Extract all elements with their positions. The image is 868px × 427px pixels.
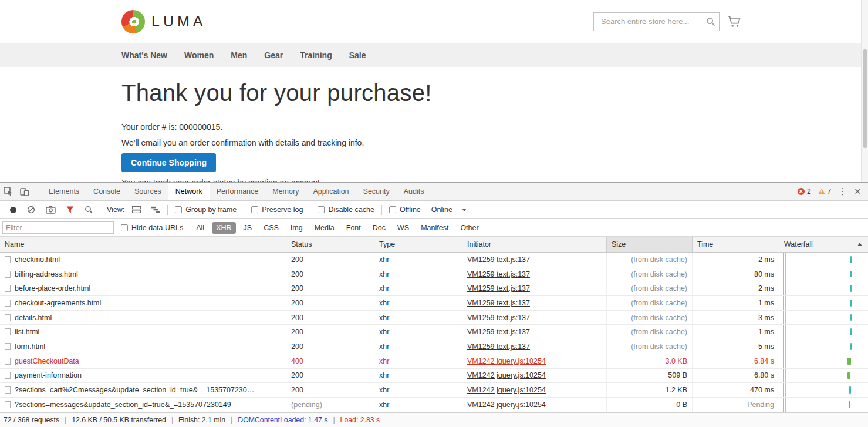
device-toolbar-button[interactable] xyxy=(16,183,33,200)
email-confirmation-text: We'll email you an order confirmation wi… xyxy=(121,138,868,147)
column-header-waterfall[interactable]: Waterfall xyxy=(779,237,868,252)
request-status: 200 xyxy=(286,267,374,281)
table-row[interactable]: ?sections=cart%2Cmessages&update_section… xyxy=(0,383,868,398)
scrollbar-thumb[interactable] xyxy=(863,49,867,148)
cart-icon[interactable] xyxy=(727,15,741,28)
filter-type-media[interactable]: Media xyxy=(310,222,339,234)
table-row[interactable]: before-place-order.html200xhrVM1259 text… xyxy=(0,281,868,296)
initiator-link[interactable]: VM1259 text.js:137 xyxy=(467,314,530,322)
filter-type-font[interactable]: Font xyxy=(342,222,365,234)
request-time: 3 ms xyxy=(693,311,779,325)
table-row[interactable]: guestCheckoutData400xhrVM1242 jquery.js:… xyxy=(0,354,868,369)
tab-console[interactable]: Console xyxy=(86,183,127,200)
initiator-link[interactable]: VM1259 text.js:137 xyxy=(467,299,530,307)
initiator-link[interactable]: VM1242 jquery.js:10254 xyxy=(467,401,546,409)
initiator-link[interactable]: VM1259 text.js:137 xyxy=(467,342,530,351)
request-status: 200 xyxy=(286,311,374,325)
error-count-badge[interactable]: ✕ 2 xyxy=(798,187,811,196)
column-header-time[interactable]: Time xyxy=(693,237,779,252)
table-row[interactable]: details.html200xhrVM1259 text.js:137(fro… xyxy=(0,311,868,325)
load-time: Load: 2.83 s xyxy=(340,416,380,424)
page-scrollbar[interactable] xyxy=(861,0,868,182)
table-row[interactable]: checkmo.html200xhrVM1259 text.js:137(fro… xyxy=(0,253,868,267)
tab-elements[interactable]: Elements xyxy=(42,183,86,200)
initiator-link[interactable]: VM1259 text.js:137 xyxy=(467,255,530,264)
request-initiator-cell: VM1259 text.js:137 xyxy=(462,281,607,295)
filter-type-css[interactable]: CSS xyxy=(259,222,283,234)
filter-type-manifest[interactable]: Manifest xyxy=(417,222,452,234)
preserve-log-checkbox[interactable]: Preserve log xyxy=(251,206,303,214)
request-name: billing-address.html xyxy=(15,270,78,278)
divider xyxy=(333,416,335,424)
column-header-name[interactable]: Name xyxy=(0,237,286,252)
tab-audits[interactable]: Audits xyxy=(397,183,431,200)
initiator-link[interactable]: VM1259 text.js:137 xyxy=(467,284,530,292)
large-rows-toggle[interactable] xyxy=(132,206,141,213)
tab-application[interactable]: Application xyxy=(306,183,356,200)
table-row[interactable]: checkout-agreements.html200xhrVM1259 tex… xyxy=(0,296,868,311)
table-row[interactable]: form.html200xhrVM1259 text.js:137(from d… xyxy=(0,339,868,354)
initiator-link[interactable]: VM1242 jquery.js:10254 xyxy=(467,371,546,379)
table-row[interactable]: list.html200xhrVM1259 text.js:137(from d… xyxy=(0,325,868,339)
luma-logo[interactable]: LUMA xyxy=(121,10,206,33)
hide-data-urls-checkbox[interactable]: Hide data URLs xyxy=(121,224,183,232)
nav-item-men[interactable]: Men xyxy=(231,51,247,60)
filter-type-ws[interactable]: WS xyxy=(393,222,413,234)
throttling-select[interactable]: Online xyxy=(431,206,467,214)
clear-button[interactable] xyxy=(27,206,35,214)
filter-button[interactable] xyxy=(66,206,74,213)
filter-input[interactable] xyxy=(2,221,114,234)
nav-item-gear[interactable]: Gear xyxy=(264,51,283,60)
search-input[interactable] xyxy=(593,12,720,31)
group-by-frame-label: Group by frame xyxy=(185,206,237,214)
filter-type-all[interactable]: All xyxy=(192,222,208,234)
network-table-header: Name Status Type Initiator Size Time Wat… xyxy=(0,237,868,253)
tab-performance[interactable]: Performance xyxy=(210,183,266,200)
nav-item-sale[interactable]: Sale xyxy=(349,51,366,60)
warning-count-badge[interactable]: 7 xyxy=(818,187,832,196)
group-by-frame-checkbox[interactable]: Group by frame xyxy=(175,206,237,214)
waterfall-cell xyxy=(779,281,868,295)
initiator-link[interactable]: VM1242 jquery.js:10254 xyxy=(467,386,546,394)
table-row[interactable]: billing-address.html200xhrVM1259 text.js… xyxy=(0,267,868,282)
nav-item-what-s-new[interactable]: What's New xyxy=(121,51,167,60)
column-header-type[interactable]: Type xyxy=(374,237,462,252)
request-name: checkout-agreements.html xyxy=(15,299,101,307)
tab-sources[interactable]: Sources xyxy=(127,183,168,200)
filter-type-xhr[interactable]: XHR xyxy=(212,222,235,234)
devtools-menu-icon[interactable]: ⋮ xyxy=(838,186,847,197)
continue-shopping-button[interactable]: Continue Shopping xyxy=(121,153,216,172)
tab-network[interactable]: Network xyxy=(168,183,210,200)
divider xyxy=(310,205,310,215)
column-header-initiator[interactable]: Initiator xyxy=(462,237,607,252)
checkbox-icon xyxy=(175,206,182,213)
request-name-cell: billing-address.html xyxy=(0,267,286,281)
nav-item-training[interactable]: Training xyxy=(300,51,332,60)
initiator-link[interactable]: VM1242 jquery.js:10254 xyxy=(467,357,546,365)
table-row[interactable]: payment-information200xhrVM1242 jquery.j… xyxy=(0,369,868,384)
overview-toggle[interactable] xyxy=(151,206,160,213)
filter-type-js[interactable]: JS xyxy=(239,222,256,234)
search-requests-button[interactable] xyxy=(85,206,93,214)
request-time: 5 ms xyxy=(693,339,779,354)
filter-type-doc[interactable]: Doc xyxy=(369,222,390,234)
tab-memory[interactable]: Memory xyxy=(265,183,306,200)
devtools-tabbar: ElementsConsoleSourcesNetworkPerformance… xyxy=(0,183,868,201)
disable-cache-checkbox[interactable]: Disable cache xyxy=(318,206,374,214)
table-row[interactable]: ?sections=messages&update_section_id=tru… xyxy=(0,398,868,412)
capture-screenshots-button[interactable] xyxy=(46,206,56,214)
initiator-link[interactable]: VM1259 text.js:137 xyxy=(467,270,530,278)
filter-type-img[interactable]: Img xyxy=(286,222,307,234)
nav-item-women[interactable]: Women xyxy=(184,51,214,60)
column-header-size[interactable]: Size xyxy=(607,237,693,252)
devtools-close-icon[interactable]: ✕ xyxy=(854,187,861,196)
column-header-status[interactable]: Status xyxy=(286,237,374,252)
inspect-element-button[interactable] xyxy=(0,183,16,200)
waterfall-bar xyxy=(850,285,852,292)
filter-type-other[interactable]: Other xyxy=(456,222,482,234)
record-button[interactable] xyxy=(10,207,16,213)
tab-security[interactable]: Security xyxy=(356,183,397,200)
initiator-link[interactable]: VM1259 text.js:137 xyxy=(467,328,530,336)
offline-checkbox[interactable]: Offline xyxy=(389,206,421,214)
search-icon[interactable] xyxy=(706,17,715,29)
